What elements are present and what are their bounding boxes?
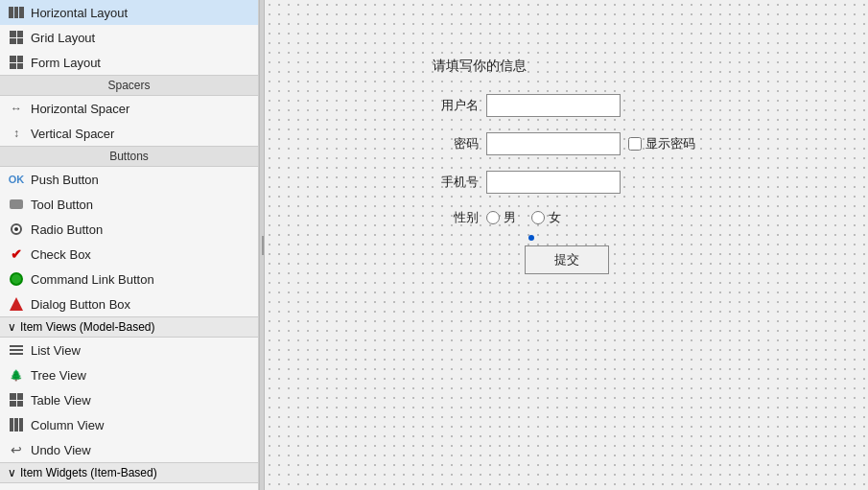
- sidebar-label-radio-button: Radio Button: [31, 222, 103, 237]
- h-layout-icon: [8, 4, 25, 21]
- submit-button[interactable]: 提交: [525, 245, 609, 274]
- item-views-label: Item Views (Model-Based): [20, 320, 155, 334]
- tool-button-icon: [8, 196, 25, 213]
- password-label: 密码: [433, 135, 479, 152]
- password-input[interactable]: [486, 132, 621, 155]
- sidebar-item-undo-view[interactable]: ↩ Undo View: [0, 437, 258, 462]
- v-spacer-icon: [8, 125, 25, 142]
- username-label: 用户名: [433, 97, 479, 114]
- gender-female-label[interactable]: 女: [531, 209, 561, 226]
- command-link-icon: [8, 270, 25, 288]
- gender-male-radio[interactable]: [486, 211, 500, 224]
- buttons-header: Buttons: [0, 146, 258, 167]
- show-password-checkbox[interactable]: [628, 137, 642, 151]
- sidebar-item-column-view[interactable]: Column View: [0, 412, 258, 437]
- gender-radio-group: 男 女: [486, 209, 561, 226]
- gender-male-label[interactable]: 男: [486, 209, 516, 226]
- spacers-header: Spacers: [0, 75, 258, 96]
- sidebar-label-vertical-spacer: Vertical Spacer: [31, 127, 114, 141]
- grid-icon: [8, 29, 25, 46]
- gender-row: 性别 男 女: [433, 209, 701, 226]
- check-box-icon: ✔: [8, 245, 25, 263]
- sidebar-item-horizontal-layout[interactable]: Horizontal Layout: [0, 0, 258, 25]
- gender-female-text: 女: [549, 209, 561, 226]
- show-password-label[interactable]: 显示密码: [628, 135, 695, 152]
- sidebar-label-push-button: Push Button: [31, 173, 99, 187]
- sidebar-label-command-link-button: Command Link Button: [31, 272, 154, 287]
- sidebar-item-vertical-spacer[interactable]: Vertical Spacer: [0, 121, 258, 146]
- main-content: 请填写你的信息 用户名 密码 显示密码 手机号 性别 男: [265, 0, 868, 490]
- sidebar-label-list-view: List View: [31, 343, 81, 358]
- sidebar-item-horizontal-spacer[interactable]: Horizontal Spacer: [0, 96, 258, 121]
- blue-dot-indicator: [528, 235, 534, 241]
- tree-view-icon: 🌲: [8, 366, 25, 384]
- radio-button-icon: [8, 221, 25, 238]
- gender-label: 性别: [433, 209, 479, 226]
- sidebar-item-table-view[interactable]: Table View: [0, 387, 258, 412]
- username-row: 用户名: [433, 94, 701, 117]
- sidebar-label-column-view: Column View: [31, 418, 104, 432]
- sidebar-item-form-layout[interactable]: Form Layout: [0, 50, 258, 75]
- section-toggle-arrow: ∨: [8, 320, 16, 334]
- sidebar-item-grid-layout[interactable]: Grid Layout: [0, 25, 258, 50]
- form-title: 请填写你的信息: [433, 58, 701, 75]
- sidebar-item-tree-view[interactable]: 🌲 Tree View: [0, 362, 258, 387]
- h-spacer-icon: [8, 100, 25, 117]
- sidebar-label-horizontal-spacer: Horizontal Spacer: [31, 102, 129, 116]
- password-row: 密码 显示密码: [433, 132, 701, 155]
- sidebar-label-tree-view: Tree View: [31, 368, 86, 383]
- show-password-text: 显示密码: [645, 135, 695, 152]
- item-widgets-toggle-arrow: ∨: [8, 466, 16, 479]
- phone-label: 手机号: [433, 174, 479, 191]
- undo-view-icon: ↩: [8, 441, 25, 458]
- sidebar-label-horizontal-layout: Horizontal Layout: [31, 6, 128, 20]
- username-input[interactable]: [486, 94, 621, 117]
- sidebar-item-dialog-button-box[interactable]: Dialog Button Box: [0, 292, 258, 316]
- sidebar-label-tool-button: Tool Button: [31, 198, 93, 212]
- sidebar-item-list-view[interactable]: List View: [0, 338, 258, 362]
- sidebar-item-list-widget[interactable]: List Widget: [0, 483, 258, 490]
- sidebar-item-command-link-button[interactable]: Command Link Button: [0, 267, 258, 292]
- sidebar-item-push-button[interactable]: OK Push Button: [0, 167, 258, 192]
- sidebar-item-tool-button[interactable]: Tool Button: [0, 192, 258, 217]
- sidebar-label-dialog-button-box: Dialog Button Box: [31, 297, 130, 312]
- sidebar-item-radio-button[interactable]: Radio Button: [0, 217, 258, 242]
- list-view-icon: [8, 341, 25, 359]
- table-view-icon: [8, 391, 25, 408]
- gender-male-text: 男: [504, 209, 516, 226]
- dialog-button-icon: [8, 295, 25, 313]
- item-views-header[interactable]: ∨ Item Views (Model-Based): [0, 316, 258, 338]
- sidebar: Horizontal Layout Grid Layout Form Layou…: [0, 0, 259, 490]
- sidebar-label-table-view: Table View: [31, 393, 91, 408]
- sidebar-label-grid-layout: Grid Layout: [31, 31, 95, 45]
- phone-row: 手机号: [433, 171, 701, 194]
- item-widgets-header[interactable]: ∨ Item Widgets (Item-Based): [0, 462, 258, 483]
- sidebar-item-check-box[interactable]: ✔ Check Box: [0, 242, 258, 267]
- item-widgets-label: Item Widgets (Item-Based): [20, 466, 157, 479]
- form-layout-icon: [8, 54, 25, 71]
- form-container: 请填写你的信息 用户名 密码 显示密码 手机号 性别 男: [413, 38, 720, 293]
- phone-input[interactable]: [486, 171, 621, 194]
- gender-female-radio[interactable]: [531, 211, 545, 224]
- sidebar-label-undo-view: Undo View: [31, 443, 91, 457]
- push-button-icon: OK: [8, 171, 25, 188]
- sidebar-label-form-layout: Form Layout: [31, 56, 101, 70]
- column-view-icon: [8, 416, 25, 433]
- sidebar-label-check-box: Check Box: [31, 247, 91, 262]
